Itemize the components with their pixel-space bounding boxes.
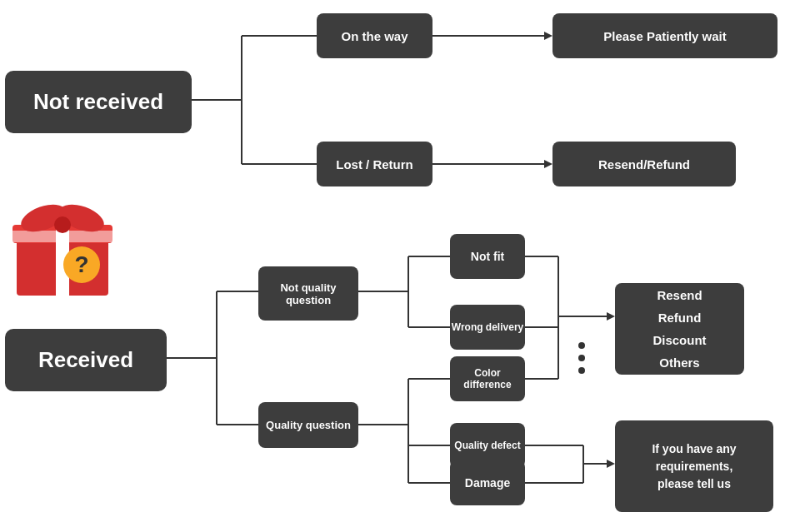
svg-marker-32: [607, 460, 615, 468]
resend-options-box: Resend Refund Discount Others: [615, 283, 744, 375]
not-fit-box: Not fit: [450, 234, 525, 279]
gift-icon: ?: [8, 191, 117, 300]
color-difference-box: Color difference: [450, 356, 525, 401]
svg-point-24: [578, 342, 585, 349]
lost-return-box: Lost / Return: [317, 142, 432, 186]
svg-point-25: [578, 355, 585, 361]
not-received-box: Not received: [5, 71, 192, 133]
resend-refund-box: Resend/Refund: [552, 142, 736, 186]
arrow2: [544, 160, 552, 168]
quality-question-box: Quality question: [258, 402, 358, 448]
arrow1: [544, 32, 552, 40]
damage-box: Damage: [450, 460, 525, 505]
wrong-delivery-box: Wrong delivery: [450, 305, 525, 350]
not-quality-box: Not quality question: [258, 266, 358, 321]
please-wait-box: Please Patiently wait: [552, 13, 778, 58]
svg-point-39: [54, 216, 71, 233]
requirements-box: If you have any requirements, please tel…: [615, 420, 773, 512]
svg-point-26: [578, 367, 585, 374]
svg-marker-27: [607, 312, 615, 321]
received-box: Received: [5, 329, 167, 391]
diagram: Not received On the way Please Patiently…: [0, 0, 800, 532]
svg-text:?: ?: [74, 251, 88, 277]
on-the-way-box: On the way: [317, 13, 432, 58]
